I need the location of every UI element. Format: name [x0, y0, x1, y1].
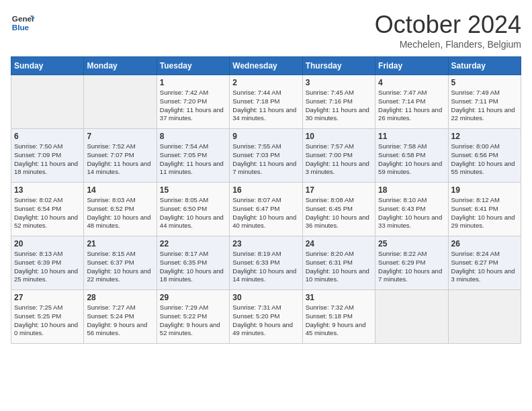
calendar-cell: 12Sunrise: 8:00 AM Sunset: 6:56 PM Dayli… — [448, 129, 521, 183]
day-number: 18 — [378, 185, 445, 195]
calendar-cell: 26Sunrise: 8:24 AM Sunset: 6:27 PM Dayli… — [448, 236, 521, 290]
logo: General Blue — [11, 11, 35, 35]
day-info: Sunrise: 7:49 AM Sunset: 7:11 PM Dayligh… — [451, 89, 518, 123]
calendar-cell — [84, 75, 157, 129]
day-number: 13 — [14, 185, 81, 195]
calendar-header-cell: Wednesday — [230, 57, 302, 75]
calendar-body: 1Sunrise: 7:42 AM Sunset: 7:20 PM Daylig… — [11, 75, 521, 344]
day-info: Sunrise: 8:07 AM Sunset: 6:47 PM Dayligh… — [232, 196, 299, 230]
day-info: Sunrise: 8:02 AM Sunset: 6:54 PM Dayligh… — [14, 196, 81, 230]
day-number: 28 — [87, 293, 153, 302]
calendar-cell: 1Sunrise: 7:42 AM Sunset: 7:20 PM Daylig… — [157, 75, 229, 129]
calendar-cell: 2Sunrise: 7:44 AM Sunset: 7:18 PM Daylig… — [230, 75, 302, 129]
day-number: 25 — [378, 239, 445, 248]
svg-text:Blue: Blue — [12, 23, 30, 32]
day-number: 20 — [14, 239, 81, 248]
day-info: Sunrise: 7:29 AM Sunset: 5:22 PM Dayligh… — [160, 304, 226, 338]
calendar-week-row: 1Sunrise: 7:42 AM Sunset: 7:20 PM Daylig… — [11, 75, 521, 129]
day-info: Sunrise: 7:52 AM Sunset: 7:07 PM Dayligh… — [87, 142, 153, 177]
header: General Blue October 2024 Mechelen, Flan… — [11, 11, 521, 50]
day-number: 10 — [306, 132, 372, 141]
calendar-cell: 21Sunrise: 8:15 AM Sunset: 6:37 PM Dayli… — [84, 236, 157, 290]
day-number: 2 — [232, 78, 299, 87]
day-number: 9 — [232, 132, 299, 141]
calendar-cell — [375, 290, 448, 344]
calendar-cell: 11Sunrise: 7:58 AM Sunset: 6:58 PM Dayli… — [375, 129, 448, 183]
day-number: 6 — [14, 132, 81, 141]
day-info: Sunrise: 8:12 AM Sunset: 6:41 PM Dayligh… — [451, 196, 518, 230]
day-number: 3 — [306, 78, 372, 87]
day-number: 30 — [232, 293, 299, 302]
calendar-cell: 5Sunrise: 7:49 AM Sunset: 7:11 PM Daylig… — [448, 75, 521, 129]
calendar-cell: 7Sunrise: 7:52 AM Sunset: 7:07 PM Daylig… — [84, 129, 157, 183]
day-info: Sunrise: 7:47 AM Sunset: 7:14 PM Dayligh… — [378, 89, 445, 123]
day-info: Sunrise: 8:03 AM Sunset: 6:52 PM Dayligh… — [87, 196, 153, 230]
day-number: 19 — [451, 185, 518, 195]
calendar-week-row: 13Sunrise: 8:02 AM Sunset: 6:54 PM Dayli… — [11, 183, 521, 236]
calendar-cell: 31Sunrise: 7:32 AM Sunset: 5:18 PM Dayli… — [302, 290, 375, 344]
calendar-cell: 27Sunrise: 7:25 AM Sunset: 5:25 PM Dayli… — [11, 290, 84, 344]
day-info: Sunrise: 7:44 AM Sunset: 7:18 PM Dayligh… — [232, 89, 299, 123]
calendar-cell: 16Sunrise: 8:07 AM Sunset: 6:47 PM Dayli… — [230, 183, 302, 236]
calendar-header-cell: Monday — [84, 57, 157, 75]
calendar-cell: 15Sunrise: 8:05 AM Sunset: 6:50 PM Dayli… — [157, 183, 229, 236]
day-info: Sunrise: 8:00 AM Sunset: 6:56 PM Dayligh… — [451, 142, 518, 177]
day-number: 22 — [160, 239, 226, 248]
day-info: Sunrise: 8:20 AM Sunset: 6:31 PM Dayligh… — [306, 250, 372, 284]
month-title: October 2024 — [375, 11, 521, 39]
day-number: 7 — [87, 132, 153, 141]
day-info: Sunrise: 7:32 AM Sunset: 5:18 PM Dayligh… — [306, 304, 372, 338]
day-info: Sunrise: 7:50 AM Sunset: 7:09 PM Dayligh… — [14, 142, 81, 177]
calendar-table: SundayMondayTuesdayWednesdayThursdayFrid… — [11, 56, 521, 344]
calendar-cell: 10Sunrise: 7:57 AM Sunset: 7:00 PM Dayli… — [302, 129, 375, 183]
day-info: Sunrise: 7:58 AM Sunset: 6:58 PM Dayligh… — [378, 142, 445, 177]
calendar-cell: 22Sunrise: 8:17 AM Sunset: 6:35 PM Dayli… — [157, 236, 229, 290]
day-number: 5 — [451, 78, 518, 87]
calendar-header-cell: Tuesday — [157, 57, 229, 75]
day-info: Sunrise: 7:55 AM Sunset: 7:03 PM Dayligh… — [232, 142, 299, 177]
calendar-cell: 8Sunrise: 7:54 AM Sunset: 7:05 PM Daylig… — [157, 129, 229, 183]
day-info: Sunrise: 8:22 AM Sunset: 6:29 PM Dayligh… — [378, 250, 445, 284]
calendar-cell: 6Sunrise: 7:50 AM Sunset: 7:09 PM Daylig… — [11, 129, 84, 183]
day-number: 16 — [232, 185, 299, 195]
calendar-cell: 14Sunrise: 8:03 AM Sunset: 6:52 PM Dayli… — [84, 183, 157, 236]
day-number: 27 — [14, 293, 81, 302]
calendar-header-cell: Saturday — [448, 57, 521, 75]
day-info: Sunrise: 7:57 AM Sunset: 7:00 PM Dayligh… — [306, 142, 372, 177]
calendar-cell: 17Sunrise: 8:08 AM Sunset: 6:45 PM Dayli… — [302, 183, 375, 236]
day-number: 23 — [232, 239, 299, 248]
calendar-cell: 9Sunrise: 7:55 AM Sunset: 7:03 PM Daylig… — [230, 129, 302, 183]
day-number: 17 — [306, 185, 372, 195]
calendar-cell: 24Sunrise: 8:20 AM Sunset: 6:31 PM Dayli… — [302, 236, 375, 290]
svg-text:General: General — [12, 14, 35, 23]
calendar-week-row: 27Sunrise: 7:25 AM Sunset: 5:25 PM Dayli… — [11, 290, 521, 344]
day-info: Sunrise: 8:10 AM Sunset: 6:43 PM Dayligh… — [378, 196, 445, 230]
day-number: 14 — [87, 185, 153, 195]
calendar-cell: 29Sunrise: 7:29 AM Sunset: 5:22 PM Dayli… — [157, 290, 229, 344]
day-number: 29 — [160, 293, 226, 302]
calendar-cell: 3Sunrise: 7:45 AM Sunset: 7:16 PM Daylig… — [302, 75, 375, 129]
location-subtitle: Mechelen, Flanders, Belgium — [375, 39, 521, 50]
calendar-header-cell: Thursday — [302, 57, 375, 75]
day-number: 11 — [378, 132, 445, 141]
calendar-cell: 25Sunrise: 8:22 AM Sunset: 6:29 PM Dayli… — [375, 236, 448, 290]
day-number: 24 — [306, 239, 372, 248]
day-number: 31 — [306, 293, 372, 302]
calendar-cell — [11, 75, 84, 129]
calendar-header-row: SundayMondayTuesdayWednesdayThursdayFrid… — [11, 57, 521, 75]
day-number: 8 — [160, 132, 226, 141]
day-number: 26 — [451, 239, 518, 248]
calendar-cell: 18Sunrise: 8:10 AM Sunset: 6:43 PM Dayli… — [375, 183, 448, 236]
day-info: Sunrise: 8:24 AM Sunset: 6:27 PM Dayligh… — [451, 250, 518, 284]
calendar-week-row: 20Sunrise: 8:13 AM Sunset: 6:39 PM Dayli… — [11, 236, 521, 290]
day-number: 1 — [160, 78, 226, 87]
day-info: Sunrise: 7:45 AM Sunset: 7:16 PM Dayligh… — [306, 89, 372, 123]
calendar-cell: 4Sunrise: 7:47 AM Sunset: 7:14 PM Daylig… — [375, 75, 448, 129]
day-number: 12 — [451, 132, 518, 141]
day-info: Sunrise: 8:17 AM Sunset: 6:35 PM Dayligh… — [160, 250, 226, 284]
day-info: Sunrise: 8:13 AM Sunset: 6:39 PM Dayligh… — [14, 250, 81, 284]
title-area: October 2024 Mechelen, Flanders, Belgium — [375, 11, 521, 50]
day-number: 15 — [160, 185, 226, 195]
calendar-cell: 23Sunrise: 8:19 AM Sunset: 6:33 PM Dayli… — [230, 236, 302, 290]
calendar-week-row: 6Sunrise: 7:50 AM Sunset: 7:09 PM Daylig… — [11, 129, 521, 183]
